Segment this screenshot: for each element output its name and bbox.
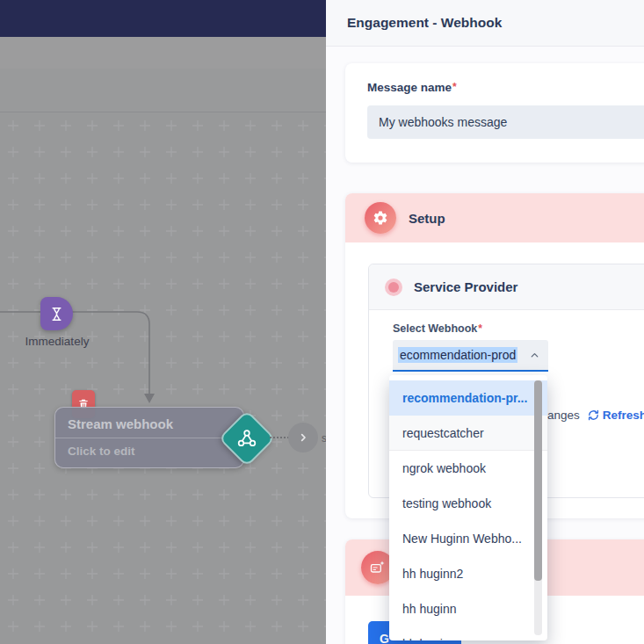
setup-section-header: Setup bbox=[345, 193, 644, 242]
node-title: Stream webhook bbox=[55, 408, 243, 438]
hourglass-icon bbox=[48, 306, 65, 322]
dropdown-option[interactable]: hh huginn bbox=[389, 591, 547, 626]
app-window: Immediately Stream webhook Click to edit bbox=[0, 0, 644, 644]
webhook-helper-row: anges Refresh bbox=[547, 409, 644, 422]
dropdown-option[interactable]: hh huginn bbox=[389, 626, 547, 640]
webhook-select-value: ecommendation-prod bbox=[398, 347, 517, 363]
immediately-trigger-node[interactable] bbox=[40, 297, 73, 330]
message-name-card: Message name* My webhooks message bbox=[345, 63, 644, 163]
webhook-icon bbox=[235, 427, 258, 450]
immediately-label: Immediately bbox=[5, 335, 109, 348]
dropdown-scrollbar-thumb[interactable] bbox=[534, 380, 542, 581]
select-webhook-label: Select Webhook* bbox=[393, 322, 482, 335]
canvas-grid[interactable]: Immediately Stream webhook Click to edit bbox=[0, 112, 326, 644]
webhook-config-panel: Engagement - Webhook Message name* My we… bbox=[326, 0, 644, 644]
gear-icon bbox=[373, 210, 388, 226]
dropdown-option[interactable]: recommendation-pr... bbox=[389, 380, 547, 416]
node-edit-hint: Click to edit bbox=[55, 438, 243, 464]
webhook-select[interactable]: ecommendation-prod bbox=[393, 340, 548, 372]
top-navbar bbox=[0, 0, 326, 37]
service-provider-dot-icon bbox=[385, 279, 402, 296]
dotted-connector bbox=[270, 437, 289, 438]
canvas-subtoolbar bbox=[0, 69, 326, 112]
dropdown-option[interactable]: hh huginn2 bbox=[389, 556, 547, 591]
message-name-label-text: Message name bbox=[367, 81, 452, 94]
chevron-up-icon bbox=[529, 350, 540, 361]
dropdown-option[interactable]: testing webhook bbox=[389, 486, 547, 521]
card-sparkle-icon bbox=[369, 559, 387, 576]
canvas-toolbar bbox=[0, 37, 326, 69]
select-webhook-label-text: Select Webhook bbox=[393, 322, 477, 335]
service-provider-title: Service Provider bbox=[414, 279, 517, 294]
stream-webhook-node[interactable]: Stream webhook Click to edit bbox=[54, 407, 244, 468]
next-step-button[interactable] bbox=[288, 423, 318, 452]
required-asterisk: * bbox=[478, 322, 482, 335]
refresh-icon bbox=[587, 409, 600, 422]
setup-section-title: Setup bbox=[409, 211, 445, 226]
refresh-link[interactable]: Refresh bbox=[603, 409, 644, 422]
helper-text-partial: anges bbox=[547, 409, 580, 422]
journey-canvas[interactable]: Immediately Stream webhook Click to edit bbox=[0, 0, 326, 644]
page-title: Engagement - Webhook bbox=[347, 0, 502, 46]
setup-gear-badge bbox=[365, 202, 396, 234]
flow-connector bbox=[0, 112, 326, 644]
chevron-right-icon bbox=[296, 431, 310, 445]
dropdown-option[interactable]: New Huginn Webho... bbox=[389, 521, 547, 556]
webhook-dropdown-menu: recommendation-pr... requestcatcher ngro… bbox=[389, 375, 547, 640]
dropdown-option[interactable]: requestcatcher bbox=[389, 416, 547, 451]
message-name-input[interactable]: My webhooks message bbox=[367, 105, 644, 139]
panel-header: Engagement - Webhook bbox=[326, 0, 644, 47]
dropdown-option[interactable]: ngrok webhook bbox=[389, 451, 547, 486]
required-asterisk: * bbox=[452, 81, 457, 93]
message-name-label: Message name* bbox=[367, 81, 457, 94]
service-provider-header: Service Provider bbox=[369, 264, 644, 310]
